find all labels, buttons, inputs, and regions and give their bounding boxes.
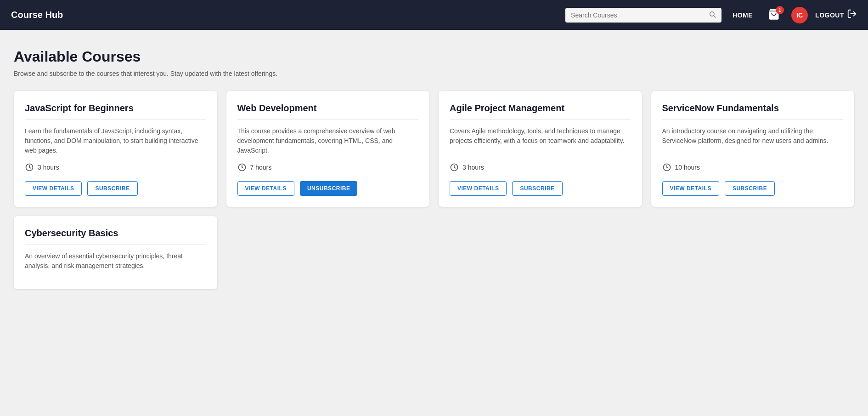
duration-label: 7 hours [250,164,272,171]
clock-icon [25,163,34,172]
view-details-button[interactable]: VIEW DETAILS [25,181,82,196]
course-title: Cybersecurity Basics [25,227,206,239]
course-duration: 7 hours [237,163,419,172]
view-details-button[interactable]: VIEW DETAILS [450,181,507,196]
course-description: An introductory course on navigating and… [662,126,844,155]
course-grid-row1: JavaScript for Beginners Learn the funda… [14,91,854,207]
main-content: Available Courses Browse and subscribe t… [0,30,868,303]
course-title: ServiceNow Fundamentals [662,102,844,114]
subscribe-button[interactable]: SUBSCRIBE [87,181,137,196]
clock-icon [662,163,671,172]
duration-label: 3 hours [38,164,59,171]
logout-icon [847,9,857,21]
course-title: Agile Project Management [450,102,631,114]
course-divider [25,245,206,245]
cart-button[interactable]: 1 [764,8,784,23]
svg-line-1 [714,16,716,17]
search-input[interactable] [571,11,705,19]
course-description: Covers Agile methodology, tools, and tec… [450,126,631,155]
course-card-cybersecurity: Cybersecurity Basics An overview of esse… [14,216,217,289]
course-divider [25,120,206,120]
course-duration: 10 hours [662,163,844,172]
page-subtitle: Browse and subscribe to the courses that… [14,70,854,77]
view-details-button[interactable]: VIEW DETAILS [662,181,719,196]
navbar: Course Hub HOME 1 IC LOGOUT [0,0,868,30]
course-duration: 3 hours [25,163,206,172]
nav-home-link[interactable]: HOME [729,11,756,19]
search-bar[interactable] [565,8,721,23]
course-title: Web Development [237,102,419,114]
course-actions: VIEW DETAILS SUBSCRIBE [450,181,631,196]
logout-label: LOGOUT [815,11,844,19]
course-duration: 3 hours [450,163,631,172]
subscribe-button[interactable]: SUBSCRIBE [512,181,562,196]
user-avatar[interactable]: IC [791,7,808,23]
course-actions: VIEW DETAILS SUBSCRIBE [25,181,206,196]
course-actions: VIEW DETAILS SUBSCRIBE [662,181,844,196]
search-icon [709,11,716,20]
brand-logo: Course Hub [11,10,63,20]
duration-label: 10 hours [675,164,700,171]
course-description: Learn the fundamentals of JavaScript, in… [25,126,206,155]
page-title: Available Courses [14,48,854,65]
logout-button[interactable]: LOGOUT [815,9,857,21]
course-title: JavaScript for Beginners [25,102,206,114]
cart-badge: 1 [776,6,784,14]
course-card-web-development: Web Development This course provides a c… [226,91,430,207]
unsubscribe-button[interactable]: UNSUBSCRIBE [300,181,358,196]
course-description: This course provides a comprehensive ove… [237,126,419,155]
subscribe-button[interactable]: SUBSCRIBE [725,181,775,196]
duration-label: 3 hours [462,164,484,171]
course-divider [237,120,419,120]
course-card-servicenow: ServiceNow Fundamentals An introductory … [651,91,855,207]
course-card-js-beginners: JavaScript for Beginners Learn the funda… [14,91,217,207]
course-grid-row2: Cybersecurity Basics An overview of esse… [14,216,854,289]
course-divider [662,120,844,120]
clock-icon [450,163,459,172]
course-actions: VIEW DETAILS UNSUBSCRIBE [237,181,419,196]
course-card-agile: Agile Project Management Covers Agile me… [439,91,642,207]
course-divider [450,120,631,120]
course-description: An overview of essential cybersecurity p… [25,251,206,271]
clock-icon [237,163,247,172]
view-details-button[interactable]: VIEW DETAILS [237,181,294,196]
